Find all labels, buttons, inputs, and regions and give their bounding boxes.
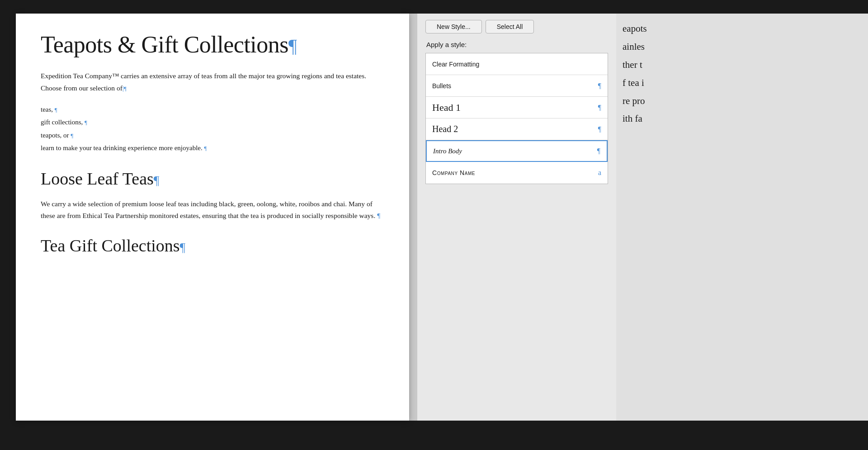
style-label-clear-formatting: Clear Formatting bbox=[432, 61, 479, 68]
list-item: teas, ¶ bbox=[41, 103, 384, 116]
style-item-bullets[interactable]: Bullets ¶ bbox=[426, 75, 608, 97]
style-label-company-name: Company Name bbox=[432, 169, 475, 176]
style-label-head2: Head 2 bbox=[432, 124, 458, 134]
new-style-button[interactable]: New Style... bbox=[425, 20, 482, 33]
style-label-bullets: Bullets bbox=[432, 82, 451, 90]
style-label-head1: Head 1 bbox=[432, 102, 461, 114]
style-item-company-name[interactable]: Company Name a bbox=[426, 162, 608, 184]
document-title: Teapots & Gift Collections¶ bbox=[41, 32, 384, 57]
far-right-text: eapots ainles ther t f tea i re pro ith … bbox=[623, 20, 868, 128]
far-right-line: ainles bbox=[623, 38, 868, 56]
far-right-line: f tea i bbox=[623, 74, 868, 92]
title-pilcrow: ¶ bbox=[288, 36, 297, 57]
top-buttons-row: New Style... Select All bbox=[425, 14, 608, 41]
far-right-line: ith fa bbox=[623, 110, 868, 128]
intro-paragraph: Expedition Tea Company™ carries an exten… bbox=[41, 70, 384, 94]
far-right-panel: eapots ainles ther t f tea i re pro ith … bbox=[616, 14, 868, 421]
section1-heading: Loose Leaf Teas¶ bbox=[41, 169, 384, 189]
section2-heading: Tea Gift Collections¶ bbox=[41, 236, 384, 256]
app-window: Teapots & Gift Collections¶ Expedition T… bbox=[0, 0, 868, 450]
list-section: teas, ¶ gift collections, ¶ teapots, or … bbox=[41, 103, 384, 155]
select-all-button[interactable]: Select All bbox=[486, 20, 534, 33]
style-item-clear-formatting[interactable]: Clear Formatting bbox=[426, 53, 608, 75]
far-right-line: re pro bbox=[623, 92, 868, 110]
title-text: Teapots & Gift Collections bbox=[41, 32, 288, 57]
intro-text: Expedition Tea Company™ carries an exten… bbox=[41, 72, 366, 91]
style-item-head1[interactable]: Head 1 ¶ bbox=[426, 97, 608, 118]
style-icon-bullets: ¶ bbox=[598, 82, 601, 90]
list-item: learn to make your tea drinking experien… bbox=[41, 142, 384, 155]
panel-divider bbox=[409, 14, 417, 421]
list-item: gift collections, ¶ bbox=[41, 116, 384, 129]
far-right-line: ther t bbox=[623, 56, 868, 74]
styles-list: Clear Formatting Bullets ¶ Head 1 ¶ Head… bbox=[425, 53, 608, 184]
list-item: teapots, or ¶ bbox=[41, 129, 384, 142]
style-icon-head1: ¶ bbox=[598, 104, 601, 112]
style-label-intro-body: Intro Body bbox=[433, 147, 462, 155]
style-item-head2[interactable]: Head 2 ¶ bbox=[426, 118, 608, 140]
far-right-line: eapots bbox=[623, 20, 868, 38]
style-icon-head2: ¶ bbox=[598, 125, 601, 133]
style-icon-company-name: a bbox=[598, 169, 601, 177]
document-panel: Teapots & Gift Collections¶ Expedition T… bbox=[16, 14, 409, 421]
apply-style-label: Apply a style: bbox=[425, 41, 608, 48]
section1-body: We carry a wide selection of premium loo… bbox=[41, 198, 384, 222]
style-item-intro-body[interactable]: Intro Body ¶ bbox=[426, 140, 608, 162]
styles-panel: New Style... Select All Apply a style: C… bbox=[417, 14, 616, 421]
style-icon-intro-body: ¶ bbox=[597, 147, 600, 155]
